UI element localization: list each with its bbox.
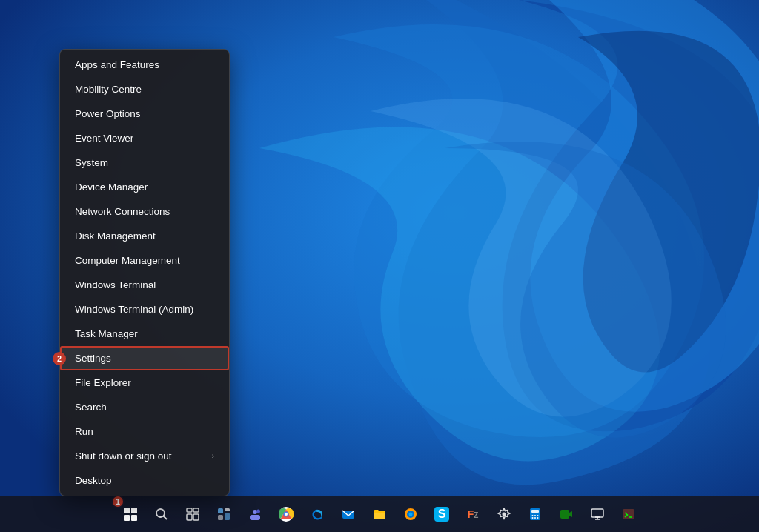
svg-rect-31 [560, 510, 569, 519]
menu-item-network-connections[interactable]: Network Connections [60, 199, 229, 224]
taskbar-icon-start[interactable]: 1 [116, 499, 145, 529]
taskbar-icon-widgets[interactable] [209, 499, 239, 529]
svg-point-22 [503, 513, 506, 516]
taskbar-icon-terminal[interactable] [614, 499, 643, 529]
menu-badge-settings: 2 [53, 352, 66, 365]
svg-rect-5 [187, 514, 192, 520]
menu-item-label-task-manager: Task Manager [75, 328, 138, 339]
menu-item-label-event-viewer: Event Viewer [75, 133, 133, 144]
svg-point-11 [253, 510, 257, 514]
taskbar-icon-edge[interactable] [302, 499, 332, 529]
menu-item-search[interactable]: Search [60, 395, 229, 419]
menu-item-label-computer-management: Computer Management [75, 255, 180, 266]
menu-item-device-manager[interactable]: Device Manager [60, 175, 229, 199]
settings-app-icon [497, 508, 511, 521]
svg-point-1 [156, 509, 165, 517]
widgets-icon [217, 508, 231, 521]
menu-item-run[interactable]: Run [60, 419, 229, 444]
svg-point-21 [409, 513, 413, 516]
context-menu: Apps and FeaturesMobility CentrePower Op… [59, 49, 230, 496]
taskbar-badge-start: 1 [111, 495, 125, 508]
taskbar-icons: 1 [116, 499, 643, 529]
menu-item-file-explorer[interactable]: File Explorer [60, 370, 229, 395]
taskbar-icon-skype[interactable]: S [427, 499, 457, 529]
taskbar-icon-explorer[interactable] [365, 499, 394, 529]
taskbar-icon-settings-app[interactable] [489, 499, 519, 529]
svg-rect-24 [531, 510, 539, 513]
menu-item-label-device-manager: Device Manager [75, 182, 148, 193]
taskbar-icon-chrome[interactable] [271, 499, 301, 529]
menu-item-label-power-options: Power Options [75, 108, 141, 119]
menu-item-label-run: Run [75, 426, 93, 437]
menu-item-event-viewer[interactable]: Event Viewer [60, 126, 229, 150]
teams-icon [248, 508, 262, 521]
menu-item-label-mobility-centre: Mobility Centre [75, 84, 142, 95]
taskbar-icon-task-view[interactable] [178, 499, 208, 529]
search-icon [155, 508, 168, 521]
video-icon [560, 508, 573, 521]
svg-rect-3 [187, 508, 192, 512]
svg-point-28 [532, 517, 534, 519]
menu-item-shutdown-signout[interactable]: Shut down or sign out› [60, 444, 229, 468]
svg-rect-9 [225, 513, 230, 520]
svg-line-2 [164, 516, 168, 520]
svg-point-29 [534, 517, 536, 519]
menu-item-mobility-centre[interactable]: Mobility Centre [60, 77, 229, 102]
mail-icon [342, 508, 355, 521]
taskbar-icon-search[interactable] [147, 499, 176, 529]
svg-point-27 [537, 515, 539, 516]
svg-rect-4 [193, 508, 199, 512]
svg-point-17 [285, 513, 288, 516]
taskbar: 1 [0, 496, 759, 532]
menu-item-label-windows-terminal-admin: Windows Terminal (Admin) [75, 304, 193, 315]
svg-rect-8 [225, 508, 230, 511]
menu-item-power-options[interactable]: Power Options [60, 102, 229, 126]
menu-item-settings[interactable]: 2Settings [60, 346, 229, 370]
submenu-chevron-shutdown-signout: › [212, 452, 214, 460]
menu-item-label-system: System [75, 157, 108, 168]
taskbar-icon-teams[interactable] [240, 499, 270, 529]
taskbar-icon-firefox[interactable] [396, 499, 425, 529]
calc-icon [528, 508, 542, 521]
menu-item-label-desktop: Desktop [75, 475, 112, 486]
menu-item-desktop[interactable]: Desktop [60, 468, 229, 493]
svg-point-30 [537, 517, 539, 519]
menu-item-disk-management[interactable]: Disk Management [60, 224, 229, 248]
menu-item-label-settings: Settings [75, 353, 111, 364]
svg-point-13 [256, 510, 260, 513]
menu-item-apps-features[interactable]: Apps and Features [60, 53, 229, 77]
menu-item-label-apps-features: Apps and Features [75, 59, 159, 70]
menu-item-task-manager[interactable]: Task Manager [60, 322, 229, 346]
svg-rect-6 [193, 514, 199, 520]
skype-icon: S [434, 507, 450, 522]
taskbar-icon-calc[interactable] [520, 499, 550, 529]
taskbar-icon-rdp[interactable] [583, 499, 612, 529]
menu-item-windows-terminal-admin[interactable]: Windows Terminal (Admin) [60, 297, 229, 322]
svg-point-25 [532, 515, 534, 516]
svg-marker-32 [569, 511, 572, 517]
taskbar-icon-mail[interactable] [334, 499, 363, 529]
menu-item-windows-terminal[interactable]: Windows Terminal [60, 273, 229, 297]
menu-item-system[interactable]: System [60, 150, 229, 175]
edge-icon [310, 507, 325, 522]
svg-rect-12 [250, 515, 260, 520]
firefox-icon [404, 508, 417, 521]
menu-item-computer-management[interactable]: Computer Management [60, 248, 229, 273]
taskbar-icon-video[interactable] [551, 499, 581, 529]
start-icon [124, 508, 137, 521]
svg-point-26 [534, 515, 536, 516]
menu-item-label-file-explorer: File Explorer [75, 377, 131, 388]
rdp-icon [591, 508, 604, 521]
menu-item-label-network-connections: Network Connections [75, 206, 170, 217]
svg-rect-37 [623, 509, 634, 519]
svg-rect-10 [218, 515, 223, 520]
terminal-icon [622, 508, 635, 521]
chrome-icon [279, 507, 294, 522]
task-view-icon [186, 508, 199, 521]
explorer-icon [373, 508, 386, 521]
menu-item-label-disk-management: Disk Management [75, 230, 156, 242]
menu-item-label-windows-terminal: Windows Terminal [75, 279, 156, 290]
menu-item-label-search: Search [75, 402, 107, 413]
taskbar-icon-filezilla[interactable]: FZ [458, 499, 488, 529]
menu-item-label-shutdown-signout: Shut down or sign out [75, 450, 172, 462]
